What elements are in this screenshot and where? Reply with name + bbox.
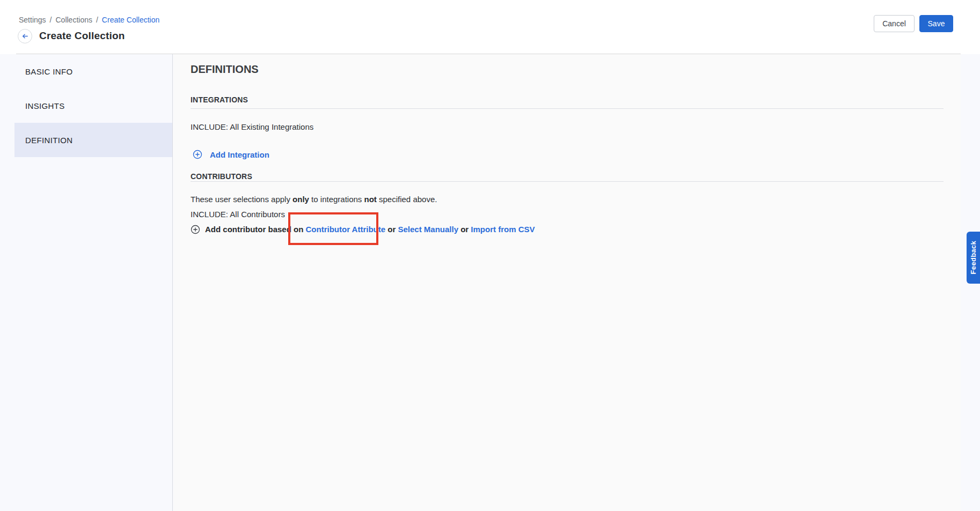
- add-integration-label: Add Integration: [210, 150, 269, 159]
- integrations-include-text: INCLUDE: All Existing Integrations: [191, 122, 313, 132]
- integrations-heading: INTEGRATIONS: [191, 95, 248, 104]
- back-button[interactable]: [18, 29, 32, 43]
- circle-plus-icon: [193, 150, 202, 159]
- contributors-heading: CONTRIBUTORS: [191, 172, 252, 181]
- or-text: or: [385, 225, 398, 234]
- note-text: specified above.: [377, 195, 437, 204]
- or-text: or: [458, 225, 471, 234]
- page-title: Create Collection: [39, 30, 125, 42]
- note-text-bold: only: [292, 195, 309, 204]
- breadcrumb: Settings/Collections/Create Collection: [19, 16, 159, 24]
- page-header: Settings/Collections/Create Collection C…: [0, 0, 980, 54]
- cancel-button[interactable]: Cancel: [874, 15, 915, 32]
- breadcrumb-settings[interactable]: Settings: [19, 16, 46, 24]
- breadcrumb-separator: /: [96, 16, 98, 24]
- section-title: DEFINITIONS: [191, 62, 259, 76]
- breadcrumb-current[interactable]: Create Collection: [102, 16, 159, 24]
- note-text: These user selections apply: [191, 195, 292, 204]
- feedback-tab-label: Feedback: [969, 241, 977, 274]
- sidebar-item-insights[interactable]: INSIGHTS: [0, 88, 172, 123]
- breadcrumb-collections[interactable]: Collections: [55, 16, 92, 24]
- import-from-csv-link[interactable]: Import from CSV: [471, 225, 535, 234]
- feedback-tab[interactable]: Feedback: [967, 232, 980, 284]
- save-button[interactable]: Save: [919, 15, 953, 32]
- add-contributor-prefix: Add contributor based on: [205, 225, 306, 234]
- definition-panel: DEFINITIONS INTEGRATIONS INCLUDE: All Ex…: [173, 54, 961, 511]
- select-manually-link[interactable]: Select Manually: [398, 225, 458, 234]
- contributors-divider: [191, 181, 944, 182]
- add-contributor-text: Add contributor based on Contributor Att…: [205, 224, 535, 235]
- integrations-divider: [191, 108, 944, 109]
- add-contributor-row: Add contributor based on Contributor Att…: [191, 224, 535, 235]
- breadcrumb-separator: /: [50, 16, 52, 24]
- settings-sidebar: BASIC INFO INSIGHTS DEFINITION: [0, 54, 173, 511]
- note-text-bold: not: [364, 195, 377, 204]
- sidebar-item-basic-info[interactable]: BASIC INFO: [0, 54, 172, 88]
- contributors-note: These user selections apply only to inte…: [191, 194, 437, 205]
- circle-plus-icon: [191, 225, 200, 234]
- contributor-attribute-link[interactable]: Contributor Attribute: [306, 225, 386, 234]
- arrow-left-icon: [21, 32, 29, 40]
- contributors-include-text: INCLUDE: All Contributors: [191, 209, 285, 220]
- sidebar-item-definition[interactable]: DEFINITION: [14, 123, 172, 157]
- note-text: to integrations: [309, 195, 364, 204]
- add-integration-button[interactable]: Add Integration: [193, 149, 269, 160]
